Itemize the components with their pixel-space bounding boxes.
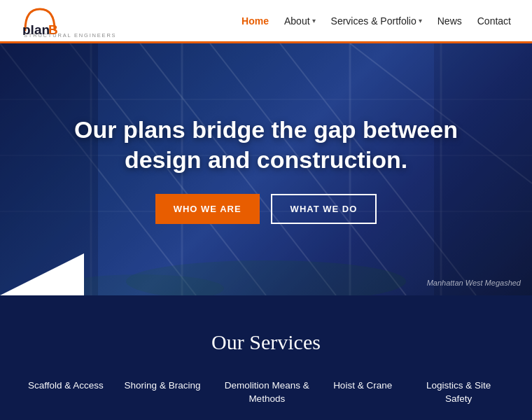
nav-about[interactable]: About ▾ bbox=[284, 15, 316, 27]
service-shoring[interactable]: Shoring & Bracing bbox=[125, 379, 201, 393]
hero-section: Our plans bridge the gap between design … bbox=[0, 43, 532, 295]
about-dropdown-icon: ▾ bbox=[312, 17, 316, 24]
nav-news[interactable]: News bbox=[438, 15, 462, 27]
hero-image-caption: Manhattan West Megashed bbox=[427, 279, 521, 287]
logo-subtitle: STRUCTURAL ENGINEERS bbox=[24, 32, 116, 38]
services-dropdown-icon: ▾ bbox=[419, 17, 422, 24]
services-section: Our Services Scaffold & Access Shoring &… bbox=[0, 295, 532, 420]
nav-home[interactable]: Home bbox=[241, 15, 269, 27]
service-hoist[interactable]: Hoist & Crane bbox=[333, 379, 392, 393]
logo-icon: plan B bbox=[21, 4, 59, 35]
who-we-are-button[interactable]: WHO WE ARE bbox=[155, 194, 260, 224]
what-we-do-button[interactable]: WHAT WE DO bbox=[271, 194, 377, 224]
logo[interactable]: plan B STRUCTURAL ENGINEERS bbox=[21, 4, 116, 38]
services-title: Our Services bbox=[21, 330, 511, 354]
main-nav: Home About ▾ Services & Portfolio ▾ News… bbox=[241, 15, 511, 27]
service-demolition[interactable]: Demolition Means & Methods bbox=[221, 379, 312, 406]
nav-contact[interactable]: Contact bbox=[477, 15, 511, 27]
nav-services[interactable]: Services & Portfolio ▾ bbox=[331, 15, 422, 27]
service-logistics[interactable]: Logistics & Site Safety bbox=[413, 379, 504, 406]
hero-triangle-decoration bbox=[0, 253, 84, 295]
services-grid: Scaffold & Access Shoring & Bracing Demo… bbox=[21, 379, 511, 406]
hero-title: Our plans bridge the gap between design … bbox=[70, 115, 462, 174]
site-header: plan B STRUCTURAL ENGINEERS Home About ▾… bbox=[0, 0, 532, 43]
hero-buttons: WHO WE ARE WHAT WE DO bbox=[155, 194, 377, 224]
service-scaffold[interactable]: Scaffold & Access bbox=[28, 379, 104, 393]
